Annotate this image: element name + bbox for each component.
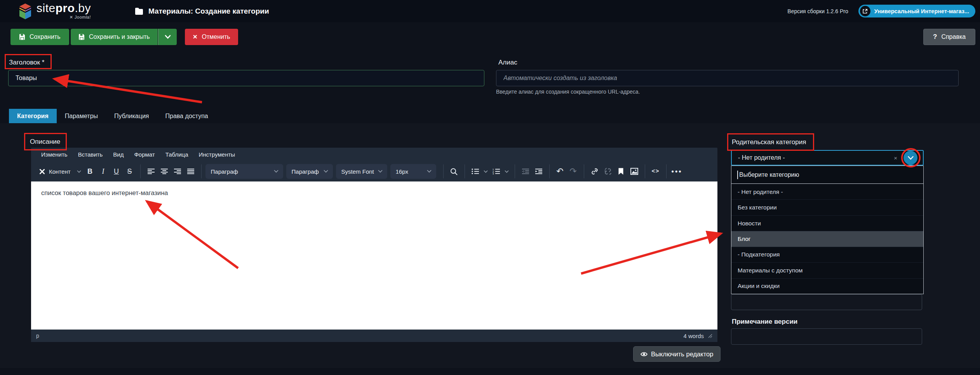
menu-format[interactable]: Формат xyxy=(134,151,155,158)
help-button[interactable]: ? Справка xyxy=(923,29,975,45)
style-select[interactable]: Параграф xyxy=(205,164,283,179)
bullet-list-icon xyxy=(472,168,479,174)
option-no-parent[interactable]: - Нет родителя - xyxy=(731,184,923,199)
parent-category-dropdown: Выберите категорию - Нет родителя - Без … xyxy=(731,166,924,294)
tab-options[interactable]: Параметры xyxy=(57,109,106,123)
more-tools-button[interactable]: ••• xyxy=(670,164,684,179)
eye-icon xyxy=(641,352,648,357)
numbered-list-options-chevron[interactable] xyxy=(503,164,511,179)
indent-icon xyxy=(535,168,543,174)
save-button[interactable]: Сохранить xyxy=(10,29,69,45)
editor-toolbar: Контент B I U S Параграф Параграф System… xyxy=(31,161,717,181)
title-input[interactable] xyxy=(8,70,484,86)
anchor-button[interactable] xyxy=(614,164,628,179)
chevron-down-icon xyxy=(77,170,81,173)
menu-table[interactable]: Таблица xyxy=(165,151,188,158)
svg-text:3: 3 xyxy=(493,173,494,174)
chevron-down-icon xyxy=(427,170,432,173)
numbered-list-button[interactable]: 123 xyxy=(490,164,503,179)
save-icon xyxy=(19,34,25,40)
source-code-button[interactable]: <> xyxy=(649,164,662,179)
outdent-button[interactable] xyxy=(519,164,532,179)
version-note-input[interactable] xyxy=(731,328,922,345)
text-caret xyxy=(737,171,738,179)
option-uncategorized[interactable]: Без категории xyxy=(731,199,923,215)
header-bar: sitepro.by ✕ Joomla! Материалы: Создание… xyxy=(0,0,980,22)
bookmark-icon xyxy=(618,168,624,175)
tab-publishing[interactable]: Публикация xyxy=(106,109,157,123)
menu-edit[interactable]: Изменить xyxy=(41,151,68,158)
chevron-down-icon xyxy=(505,170,509,173)
editor-paragraph: список товаров вашего интернет-магазина xyxy=(31,181,717,197)
save-options-dropdown-button[interactable] xyxy=(158,29,177,45)
open-dropdown-button[interactable] xyxy=(903,151,917,165)
option-blog[interactable]: Блог xyxy=(731,231,923,246)
alias-input[interactable] xyxy=(496,70,959,86)
chevron-down-icon xyxy=(908,156,914,160)
link-icon xyxy=(591,167,599,175)
chevron-down-icon xyxy=(484,170,488,173)
option-promotions[interactable]: Акции и скидки xyxy=(731,278,923,294)
menu-insert[interactable]: Вставить xyxy=(78,151,103,158)
menu-view[interactable]: Вид xyxy=(113,151,124,158)
folder-icon xyxy=(135,8,143,15)
italic-button[interactable]: I xyxy=(97,164,110,179)
chevron-down-icon xyxy=(274,170,279,173)
bullet-list-options-chevron[interactable] xyxy=(482,164,490,179)
chevron-down-icon xyxy=(378,170,383,173)
underline-button[interactable]: U xyxy=(110,164,123,179)
font-size-select[interactable]: 16px xyxy=(390,164,436,179)
undo-button[interactable]: ↶ xyxy=(554,164,567,179)
strikethrough-button[interactable]: S xyxy=(123,164,136,179)
joomla-icon xyxy=(39,168,45,175)
option-subcategory[interactable]: - Подкатегория xyxy=(731,247,923,262)
template-link-button[interactable]: Универсальный Интернет-магаз... xyxy=(858,5,975,17)
outdent-icon xyxy=(522,168,529,174)
rich-text-editor: Изменить Вставить Вид Формат Таблица Инс… xyxy=(31,148,717,342)
option-news[interactable]: Новости xyxy=(731,215,923,231)
align-right-button[interactable] xyxy=(171,164,184,179)
toggle-editor-button[interactable]: Выключить редактор xyxy=(633,346,721,362)
alias-label: Алиас xyxy=(498,59,517,66)
search-button[interactable] xyxy=(447,164,461,179)
align-center-button[interactable] xyxy=(158,164,171,179)
sitepro-logo[interactable]: sitepro.by ✕ Joomla! xyxy=(18,2,91,20)
save-icon xyxy=(78,34,85,40)
parent-category-select[interactable]: - Нет родителя - × xyxy=(731,150,924,166)
sitepro-logo-icon xyxy=(18,3,33,20)
insert-link-button[interactable] xyxy=(588,164,601,179)
bold-button[interactable]: B xyxy=(84,164,97,179)
numbered-list-icon: 123 xyxy=(493,168,500,174)
version-note-label: Примечание версии xyxy=(732,318,797,326)
indent-button[interactable] xyxy=(532,164,545,179)
menu-tools[interactable]: Инструменты xyxy=(199,151,235,158)
redo-button[interactable]: ↷ xyxy=(567,164,580,179)
selected-parent-value: - Нет родителя - xyxy=(732,154,785,161)
brand-name: sitepro.by xyxy=(37,2,91,14)
editor-menubar: Изменить Вставить Вид Формат Таблица Инс… xyxy=(31,148,717,161)
clear-selection-icon[interactable]: × xyxy=(894,151,897,165)
editor-content-area[interactable]: список товаров вашего интернет-магазина xyxy=(31,181,717,330)
insert-image-button[interactable] xyxy=(628,164,641,179)
resize-handle[interactable] xyxy=(708,333,712,338)
save-and-close-button[interactable]: Сохранить и закрыть xyxy=(71,29,158,45)
element-path: p xyxy=(36,333,39,339)
joomla-content-button[interactable]: Контент xyxy=(37,164,84,179)
align-left-button[interactable] xyxy=(144,164,158,179)
tags-input[interactable] xyxy=(731,294,922,310)
block-format-select[interactable]: Параграф xyxy=(286,164,333,179)
close-icon: ✕ xyxy=(193,33,198,40)
cancel-button[interactable]: ✕ Отменить xyxy=(185,29,238,45)
category-search-input[interactable]: Выберите категорию xyxy=(731,166,923,184)
option-restricted-articles[interactable]: Материалы с доступом xyxy=(731,262,923,278)
description-label: Описание xyxy=(30,138,60,146)
unlink-icon xyxy=(604,167,612,175)
question-icon: ? xyxy=(933,33,937,41)
tab-permissions[interactable]: Права доступа xyxy=(157,109,216,123)
font-family-select[interactable]: System Font xyxy=(336,164,387,179)
tab-category[interactable]: Категория xyxy=(9,109,57,123)
remove-link-button[interactable] xyxy=(601,164,614,179)
align-justify-button[interactable] xyxy=(184,164,197,179)
bullet-list-button[interactable] xyxy=(469,164,482,179)
parent-category-label: Родительская категория xyxy=(732,138,806,146)
